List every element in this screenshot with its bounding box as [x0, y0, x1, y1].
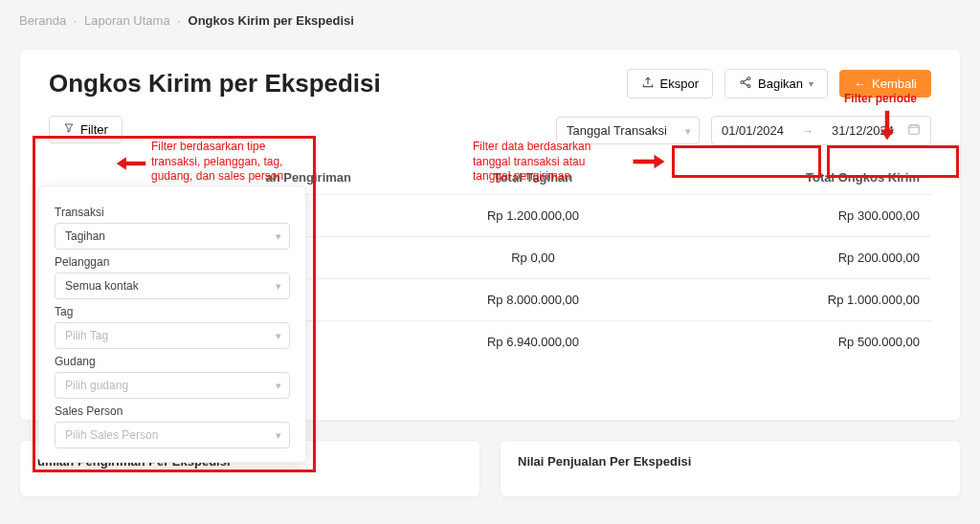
- label-sales: Sales Person: [55, 404, 290, 418]
- chevron-down-icon: ▾: [276, 380, 281, 392]
- filter-panel: Transaksi Tagihan ▾ Pelanggan Semua kont…: [38, 186, 306, 463]
- select-sales[interactable]: Pilih Sales Person ▾: [55, 422, 290, 448]
- chevron-down-icon: ▾: [276, 280, 281, 293]
- annotation-text-filter-date: Filter data berdasarkan tanggal transaks…: [473, 140, 626, 185]
- export-icon: [641, 76, 655, 92]
- chevron-down-icon: ▾: [276, 429, 281, 442]
- widget-sales-per-expedition: Nilai Penjualan Per Ekspedisi: [500, 440, 961, 497]
- date-range-picker[interactable]: 01/01/2024 → 31/12/2024: [711, 116, 931, 145]
- share-icon: [739, 76, 752, 92]
- select-gudang[interactable]: Pilih gudang ▾: [55, 372, 290, 399]
- label-transaksi: Transaksi: [55, 206, 290, 219]
- page-title: Ongkos Kirim per Ekspedisi: [49, 69, 381, 98]
- select-pelanggan[interactable]: Semua kontak ▾: [55, 273, 290, 299]
- select-transaksi[interactable]: Tagihan ▾: [55, 223, 290, 250]
- annotation-text-filter-type: Filter berdasarkan tipe transaksi, pelan…: [151, 140, 314, 185]
- breadcrumb-parent[interactable]: Laporan Utama: [84, 13, 170, 28]
- arrow-left-icon: [115, 153, 147, 177]
- chevron-down-icon: ▾: [685, 124, 691, 137]
- col-ongkir-header: Total Ongkos Kirim: [715, 170, 925, 185]
- breadcrumb-current: Ongkos Kirim per Ekspedisi: [189, 13, 354, 28]
- export-button[interactable]: Ekspor: [627, 69, 713, 98]
- chevron-down-icon: ▾: [276, 230, 281, 243]
- calendar-icon: [907, 122, 921, 139]
- label-pelanggan: Pelanggan: [55, 255, 290, 269]
- annotation-text-period: Filter periode: [844, 92, 930, 107]
- svg-rect-3: [909, 125, 920, 134]
- chevron-down-icon: ▾: [276, 330, 281, 342]
- label-tag: Tag: [55, 305, 290, 318]
- select-tag[interactable]: Pilih Tag ▾: [55, 322, 290, 349]
- breadcrumb: Beranda · Laporan Utama · Ongkos Kirim p…: [19, 8, 961, 49]
- arrow-left-icon: ←: [854, 76, 866, 91]
- breadcrumb-home[interactable]: Beranda: [19, 13, 66, 28]
- chevron-down-icon: ▾: [809, 78, 813, 89]
- share-button[interactable]: Bagikan ▾: [724, 69, 828, 98]
- arrow-right-icon: →: [797, 124, 818, 138]
- date-start: 01/01/2024: [722, 123, 784, 138]
- arrow-right-icon: [630, 151, 668, 175]
- filter-icon: [63, 122, 75, 137]
- filter-button[interactable]: Filter: [49, 116, 122, 143]
- arrow-down-icon: [877, 109, 898, 146]
- label-gudang: Gudang: [55, 355, 290, 368]
